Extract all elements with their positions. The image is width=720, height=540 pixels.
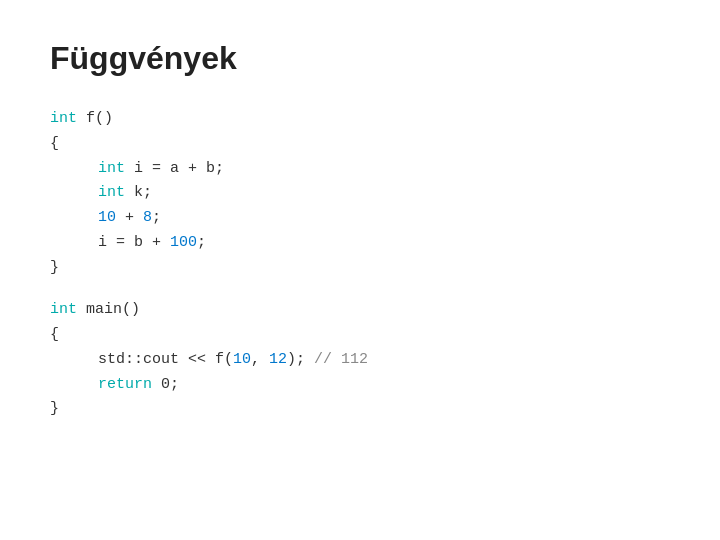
code-main-rest1: main() — [77, 301, 140, 318]
code-line-m1: int main() — [50, 298, 670, 323]
brace-close-f: } — [50, 259, 59, 276]
function-main: int main() { std::cout << f(10, 12); // … — [50, 298, 670, 422]
code-line-m5: } — [50, 397, 670, 422]
keyword-int-k: int — [98, 184, 125, 201]
code-line-f2: { — [50, 132, 670, 157]
code-line-f7: } — [50, 256, 670, 281]
keyword-int-i: int — [98, 160, 125, 177]
code-f-rest1: f() — [77, 110, 113, 127]
cout-call: std::cout << f( — [98, 351, 233, 368]
function-f: int f() { int i = a + b; int k; 10 + 8; … — [50, 107, 670, 280]
brace-open-main: { — [50, 326, 59, 343]
semi-f6: ; — [197, 234, 206, 251]
code-line-f3: int i = a + b; — [50, 157, 670, 182]
code-line-m3: std::cout << f(10, 12); // 112 — [50, 348, 670, 373]
page-title: Függvények — [50, 40, 670, 77]
brace-open-f: { — [50, 135, 59, 152]
num-10-main: 10 — [233, 351, 251, 368]
return-val: 0; — [152, 376, 179, 393]
i-assign2: i = b + — [98, 234, 170, 251]
code-k-decl: k; — [125, 184, 152, 201]
code-block: int f() { int i = a + b; int k; 10 + 8; … — [50, 107, 670, 422]
keyword-int-f: int — [50, 110, 77, 127]
code-line-f5: 10 + 8; — [50, 206, 670, 231]
num-12-main: 12 — [269, 351, 287, 368]
plus-sign: + — [116, 209, 143, 226]
semi-f5: ; — [152, 209, 161, 226]
num-10: 10 — [98, 209, 116, 226]
slide: Függvények int f() { int i = a + b; int … — [0, 0, 720, 540]
keyword-int-main: int — [50, 301, 77, 318]
code-line-f1: int f() — [50, 107, 670, 132]
comma-main: , — [251, 351, 269, 368]
num-8: 8 — [143, 209, 152, 226]
num-100: 100 — [170, 234, 197, 251]
code-line-m4: return 0; — [50, 373, 670, 398]
paren-close-main: ); — [287, 351, 314, 368]
code-i-assign: i = a + b; — [125, 160, 224, 177]
brace-close-main: } — [50, 400, 59, 417]
code-line-f6: i = b + 100; — [50, 231, 670, 256]
keyword-return: return — [98, 376, 152, 393]
comment-112: // 112 — [314, 351, 368, 368]
code-line-m2: { — [50, 323, 670, 348]
code-line-f4: int k; — [50, 181, 670, 206]
